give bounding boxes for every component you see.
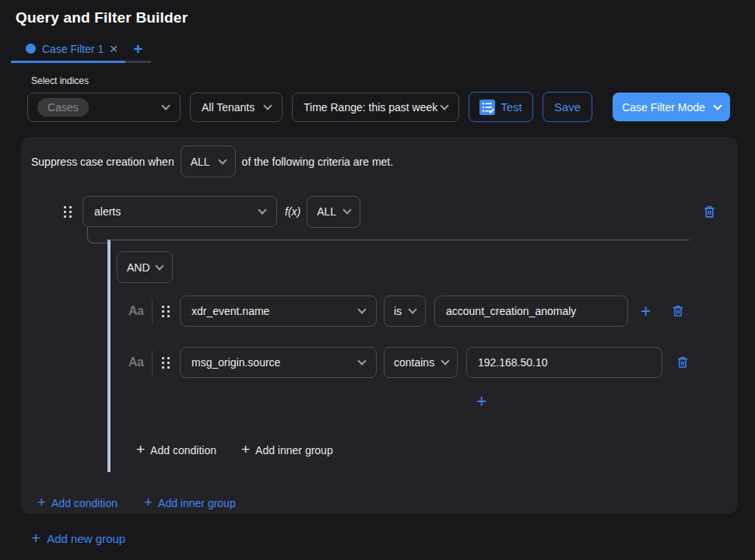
- add-tab-button[interactable]: +: [125, 39, 151, 63]
- group-actions: + Add condition + Add inner group: [21, 496, 738, 509]
- plus-icon: +: [37, 495, 46, 509]
- tab-case-filter-1[interactable]: Case Filter 1 ✕: [11, 39, 125, 63]
- divider: [152, 299, 153, 324]
- condition-field-dropdown[interactable]: msg_origin.source: [180, 347, 377, 378]
- plus-icon: +: [241, 442, 250, 457]
- tenant-value: All Tenants: [202, 101, 255, 114]
- group-header-row: alerts f(x) ALL: [64, 196, 717, 227]
- condition-field-dropdown[interactable]: xdr_event.name: [180, 296, 377, 327]
- case-sensitivity-toggle[interactable]: Aa: [128, 304, 147, 318]
- add-new-group-label: Add new group: [47, 532, 125, 545]
- tab-label: Case Filter 1: [42, 43, 104, 55]
- conjunction-dropdown[interactable]: AND: [117, 251, 173, 283]
- toolbar: Cases All Tenants Time Range: this past …: [27, 92, 755, 122]
- plus-icon: +: [31, 530, 40, 546]
- chevron-down-icon: [218, 156, 226, 164]
- group-operator-dropdown[interactable]: ALL: [307, 196, 360, 228]
- group-connector-line: [87, 227, 108, 243]
- trash-icon: [671, 304, 685, 318]
- drag-handle-icon[interactable]: [64, 206, 72, 218]
- add-new-group-button[interactable]: + Add new group: [31, 531, 125, 546]
- condition-operator-dropdown[interactable]: is: [384, 296, 426, 327]
- case-filter-mode-button[interactable]: Case Filter Mode: [613, 93, 730, 121]
- save-label: Save: [554, 100, 581, 114]
- add-value-button[interactable]: +: [641, 303, 651, 320]
- add-condition-label: Add condition: [150, 444, 216, 457]
- group-field-value: alerts: [94, 205, 121, 218]
- plus-icon: +: [144, 495, 153, 509]
- add-condition-label: Add condition: [51, 497, 118, 509]
- suppress-operator-dropdown[interactable]: ALL: [181, 145, 236, 177]
- drag-handle-icon[interactable]: [162, 357, 170, 369]
- inner-group: AND Aa xdr_event.name is +: [107, 240, 690, 472]
- condition-value-input[interactable]: [466, 347, 662, 378]
- group-operator-value: ALL: [317, 205, 336, 218]
- suppress-prefix-text: Suppress case creation when: [31, 156, 174, 168]
- select-indices-label: Select indices: [31, 75, 755, 86]
- inner-group-actions: + Add condition + Add inner group: [111, 443, 690, 457]
- page-title: Query and Filter Builder: [16, 9, 755, 26]
- condition-operator-value: is: [394, 305, 402, 317]
- tenant-dropdown[interactable]: All Tenants: [190, 93, 283, 122]
- chevron-down-icon: [343, 205, 352, 214]
- trash-icon: [676, 355, 690, 369]
- time-range-dropdown[interactable]: Time Range: this past week: [292, 93, 459, 122]
- divider: [152, 350, 153, 375]
- add-condition-button[interactable]: + Add condition: [136, 443, 216, 457]
- add-condition-button[interactable]: + Add condition: [37, 496, 118, 509]
- fx-label: f(x): [285, 205, 300, 218]
- test-button[interactable]: Test: [469, 92, 533, 122]
- chevron-down-icon: [440, 101, 448, 110]
- checklist-icon: [479, 100, 495, 115]
- unsaved-dot-icon: [26, 44, 36, 54]
- condition-operator-dropdown[interactable]: contains: [384, 347, 458, 378]
- conjunction-value: AND: [127, 261, 150, 274]
- add-inner-group-label: Add inner group: [255, 444, 333, 457]
- chevron-down-icon: [155, 261, 163, 270]
- drag-handle-icon[interactable]: [162, 306, 170, 317]
- add-condition-inline-button[interactable]: +: [476, 393, 486, 411]
- chevron-down-icon: [357, 356, 366, 365]
- chevron-down-icon: [357, 305, 366, 313]
- mode-label: Case Filter Mode: [622, 101, 705, 114]
- chevron-down-icon: [713, 101, 722, 110]
- group-field-dropdown[interactable]: alerts: [83, 196, 277, 227]
- test-label: Test: [500, 100, 522, 114]
- chevron-down-icon: [441, 356, 449, 365]
- suppress-operator-value: ALL: [191, 156, 210, 168]
- add-inner-group-button[interactable]: + Add inner group: [144, 496, 236, 509]
- time-range-value: Time Range: this past week: [304, 101, 437, 114]
- plus-icon: +: [136, 442, 145, 457]
- indices-dropdown[interactable]: Cases: [27, 93, 181, 122]
- tab-bar: Case Filter 1 ✕ +: [11, 39, 755, 63]
- chevron-down-icon: [263, 101, 272, 110]
- chevron-down-icon: [161, 101, 170, 110]
- criteria-group: alerts f(x) ALL AND: [21, 196, 738, 509]
- condition-field-value: xdr_event.name: [191, 305, 269, 317]
- save-button[interactable]: Save: [543, 92, 592, 122]
- delete-condition-button[interactable]: [676, 355, 690, 369]
- delete-condition-button[interactable]: [671, 304, 685, 318]
- filter-builder-panel: Suppress case creation when ALL of the f…: [21, 137, 738, 514]
- chevron-down-icon: [258, 205, 266, 214]
- condition-operator-value: contains: [394, 356, 434, 369]
- condition-value-input[interactable]: [434, 296, 628, 327]
- indices-chip: Cases: [37, 98, 89, 117]
- condition-row: Aa msg_origin.source contains: [111, 347, 690, 378]
- condition-row: Aa xdr_event.name is +: [111, 296, 690, 327]
- close-tab-icon[interactable]: ✕: [109, 43, 118, 55]
- add-inner-group-button[interactable]: + Add inner group: [241, 443, 333, 457]
- delete-group-button[interactable]: [702, 205, 717, 219]
- condition-field-value: msg_origin.source: [191, 356, 280, 369]
- suppress-rule-row: Suppress case creation when ALL of the f…: [21, 137, 738, 177]
- suppress-suffix-text: of the following criteria are met.: [242, 156, 394, 168]
- add-inner-group-label: Add inner group: [158, 497, 236, 509]
- chevron-down-icon: [408, 305, 416, 313]
- case-sensitivity-toggle[interactable]: Aa: [128, 355, 147, 369]
- trash-icon: [702, 205, 717, 219]
